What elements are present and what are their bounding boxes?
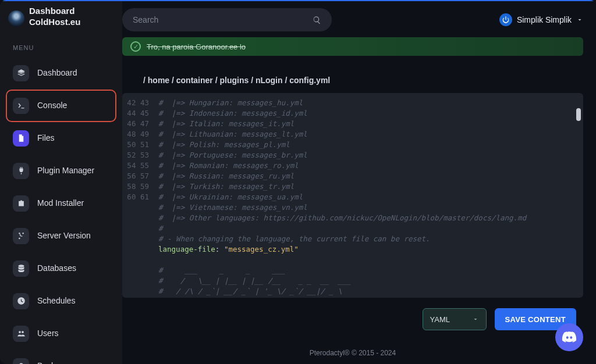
sidebar-item-plugin-manager[interactable]: Plugin Manager: [6, 155, 116, 187]
sidebar-item-label: Console: [37, 101, 67, 110]
sidebar-item-label: Schedules: [37, 296, 75, 306]
search-icon: [313, 16, 321, 24]
brand[interactable]: Dashboard ColdHost.eu: [0, 5, 122, 34]
database-icon: [13, 260, 29, 277]
brand-title-line2: ColdHost.eu: [29, 17, 80, 28]
clock-icon: [13, 293, 29, 309]
sidebar-item-label: Databases: [37, 263, 76, 273]
user-name: Simplik Simplik: [517, 15, 572, 24]
syntax-select[interactable]: YAML: [423, 308, 487, 330]
editor-actions: YAML SAVE CONTENT: [122, 298, 583, 330]
banner-text: Tro, na paroia Goranoor.ee lo: [147, 42, 246, 51]
status-banner: ✓ Tro, na paroia Goranoor.ee lo: [122, 37, 583, 56]
code-editor[interactable]: 42 43 44 45 46 47 48 49 50 51 52 53 54 5…: [122, 93, 583, 298]
sidebar-item-label: Plugin Manager: [37, 166, 94, 176]
sidebar-item-schedules[interactable]: Schedules: [6, 285, 116, 317]
sidebar: Dashboard ColdHost.eu MENU Dashboard Con…: [0, 1, 122, 364]
sidebar-item-databases[interactable]: Databases: [6, 252, 116, 285]
chevron-down-icon: [472, 316, 479, 323]
sidebar-item-label: Dashboard: [37, 68, 77, 78]
discord-fab[interactable]: [555, 323, 583, 351]
power-icon: [499, 13, 512, 26]
topbar: Search Simplik Simplik: [122, 1, 596, 31]
line-gutter: 42 43 44 45 46 47 48 49 50 51 52 53 54 5…: [122, 93, 154, 298]
save-button-label: SAVE CONTENT: [505, 315, 566, 324]
discord-icon: [562, 330, 577, 345]
layers-icon: [13, 65, 29, 81]
code-content[interactable]: # |=> Hungarian: messages_hu.yml # |=> I…: [122, 93, 583, 298]
scrollbar-thumb[interactable]: [576, 108, 581, 121]
sidebar-item-label: Files: [37, 133, 55, 143]
search-input[interactable]: Search: [122, 8, 332, 31]
cloud-icon: [13, 358, 29, 365]
menu-heading: MENU: [0, 34, 122, 57]
user-menu[interactable]: Simplik Simplik: [499, 13, 583, 26]
sidebar-item-label: Backups: [37, 361, 69, 364]
sidebar-item-dashboard[interactable]: Dashboard: [6, 57, 116, 90]
sidebar-item-users[interactable]: Users: [6, 317, 116, 350]
sidebar-item-label: Users: [37, 329, 59, 338]
sidebar-item-files[interactable]: Files: [6, 122, 116, 155]
search-placeholder: Search: [133, 15, 158, 24]
sidebar-item-label: Mod Installer: [37, 198, 84, 208]
terminal-icon: [13, 98, 29, 114]
sidebar-item-label: Server Version: [37, 231, 91, 241]
sidebar-item-server-version[interactable]: Server Version: [6, 220, 116, 252]
sidebar-item-mod-installer[interactable]: Mod Installer: [6, 187, 116, 220]
users-icon: [13, 326, 29, 342]
brand-logo-icon: [8, 10, 24, 27]
check-circle-icon: ✓: [130, 41, 141, 52]
nav: Dashboard Console Files Plugin Manager M…: [0, 57, 122, 365]
footer-text: Pterodactyl® © 2015 - 2024: [122, 330, 583, 357]
branch-icon: [13, 228, 29, 244]
main: Search Simplik Simplik ✓ Tro, na paroia …: [122, 1, 596, 364]
brand-title-line1: Dashboard: [29, 6, 80, 17]
syntax-select-label: YAML: [430, 315, 450, 324]
chevron-down-icon: [576, 16, 583, 23]
sidebar-item-console[interactable]: Console: [6, 90, 116, 122]
plug-icon: [13, 163, 29, 179]
sidebar-item-backups[interactable]: Backups: [6, 350, 116, 365]
file-icon: [13, 130, 29, 147]
briefcase-icon: [13, 195, 29, 212]
breadcrumb[interactable]: / home / container / plugins / nLogin / …: [122, 65, 583, 93]
